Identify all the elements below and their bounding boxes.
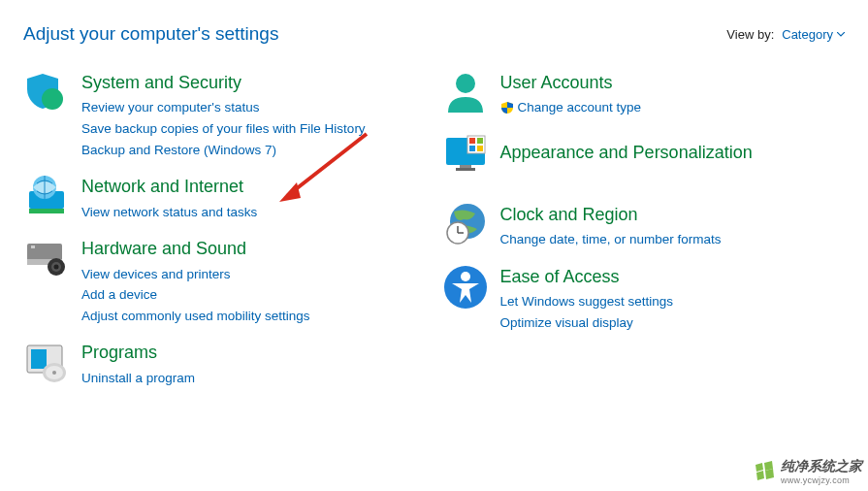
- programs-title[interactable]: Programs: [81, 342, 157, 364]
- category-clock-region: Clock and Region Change date, time, or n…: [442, 202, 846, 250]
- link-review-status[interactable]: Review your computer's status: [81, 97, 366, 118]
- view-by-label: View by:: [726, 27, 774, 42]
- category-hardware-sound: Hardware and Sound View devices and prin…: [23, 236, 427, 326]
- svg-point-0: [42, 88, 63, 110]
- network-internet-icon: [23, 174, 70, 220]
- svg-point-29: [461, 272, 470, 281]
- ease-of-access-icon: [442, 264, 489, 311]
- svg-rect-2: [29, 209, 64, 213]
- hardware-sound-title[interactable]: Hardware and Sound: [81, 238, 246, 260]
- appearance-title[interactable]: Appearance and Personalization: [500, 142, 753, 164]
- hardware-sound-icon: [23, 236, 70, 282]
- watermark-logo-icon: [754, 461, 775, 482]
- category-appearance: Appearance and Personalization: [442, 132, 846, 179]
- category-programs: Programs Uninstall a program: [23, 340, 427, 388]
- page-title: Adjust your computer's settings: [23, 23, 278, 45]
- user-accounts-title[interactable]: User Accounts: [500, 72, 613, 94]
- user-accounts-icon: [442, 70, 489, 116]
- link-optimize-display[interactable]: Optimize visual display: [500, 312, 674, 334]
- link-devices-printers[interactable]: View devices and printers: [81, 264, 310, 285]
- link-change-date-time[interactable]: Change date, time, or number formats: [500, 229, 722, 250]
- watermark-url: www.ycwjzy.com: [781, 475, 850, 485]
- programs-icon: [23, 340, 70, 386]
- clock-region-title[interactable]: Clock and Region: [500, 204, 638, 226]
- svg-rect-17: [460, 165, 471, 168]
- ease-of-access-title[interactable]: Ease of Access: [500, 266, 620, 288]
- category-ease-of-access: Ease of Access Let Windows suggest setti…: [442, 264, 846, 334]
- link-network-status[interactable]: View network status and tasks: [81, 202, 257, 223]
- link-uninstall-program[interactable]: Uninstall a program: [81, 368, 195, 389]
- svg-rect-6: [31, 246, 35, 248]
- svg-rect-11: [31, 349, 47, 369]
- clock-region-icon: [442, 202, 489, 248]
- link-change-account-type[interactable]: Change account type: [518, 97, 642, 118]
- link-backup-restore[interactable]: Backup and Restore (Windows 7): [81, 140, 366, 161]
- svg-point-14: [52, 371, 56, 375]
- system-security-title[interactable]: System and Security: [81, 72, 241, 94]
- view-by-selector: View by: Category: [726, 27, 845, 42]
- svg-rect-22: [469, 146, 475, 151]
- chevron-down-icon: [837, 32, 845, 37]
- category-user-accounts: User Accounts Change account type: [442, 70, 846, 118]
- shield-icon: [500, 101, 514, 115]
- system-security-icon: [23, 70, 70, 116]
- svg-rect-20: [469, 138, 475, 144]
- svg-rect-18: [456, 168, 475, 171]
- network-internet-title[interactable]: Network and Internet: [81, 176, 243, 198]
- svg-point-15: [456, 74, 475, 93]
- link-add-device[interactable]: Add a device: [81, 284, 310, 306]
- view-by-value: Category: [782, 27, 833, 42]
- watermark-title: 纯净系统之家: [781, 458, 862, 475]
- view-by-dropdown[interactable]: Category: [782, 27, 845, 42]
- link-windows-suggest[interactable]: Let Windows suggest settings: [500, 291, 674, 312]
- appearance-icon: [442, 132, 489, 179]
- svg-rect-21: [477, 138, 483, 144]
- svg-point-9: [54, 265, 59, 270]
- category-system-security: System and Security Review your computer…: [23, 70, 427, 160]
- link-mobility-settings[interactable]: Adjust commonly used mobility settings: [81, 306, 310, 327]
- category-network-internet: Network and Internet View network status…: [23, 174, 427, 222]
- link-file-history[interactable]: Save backup copies of your files with Fi…: [81, 118, 366, 140]
- svg-rect-23: [477, 146, 483, 151]
- watermark: 纯净系统之家 www.ycwjzy.com: [754, 458, 862, 485]
